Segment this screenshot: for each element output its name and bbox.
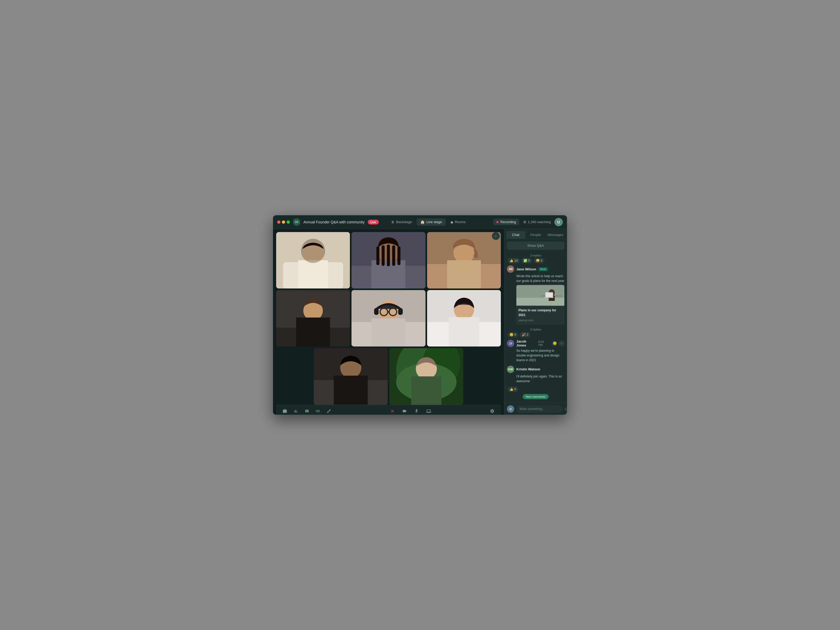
recording-button[interactable]: Recording [493, 219, 519, 225]
tab-backstage[interactable]: ⏸ Backstage [387, 218, 416, 226]
message-jane-wilson: JW Jane Wilson Host Wrote this article t… [507, 265, 564, 325]
chart-tool-button[interactable] [292, 408, 299, 414]
monitor-icon: 🖥 [523, 220, 526, 224]
grid-icon [305, 409, 309, 414]
video-row-3 [276, 348, 501, 405]
tab-chat[interactable]: Chat [506, 231, 525, 238]
event-number-badge: 06 [293, 218, 300, 226]
msg-body-kristin: I'll definitely join again. This is so a… [507, 374, 564, 384]
video-row-1 [276, 232, 501, 289]
msg-body-jacob: So happy we're planning to double engine… [507, 348, 564, 363]
more-button-jacob[interactable]: ··· [559, 341, 564, 346]
reaction-party-2[interactable]: 🎉 2 [520, 332, 531, 337]
camera-icon [283, 409, 287, 414]
nav-tabs: ⏸ Backstage 🏠 Live stage ◆ Rooms [387, 218, 469, 226]
svg-rect-9 [376, 246, 379, 265]
chat-input[interactable] [516, 405, 562, 413]
replies-count-2: 3 replies [507, 328, 564, 331]
svg-rect-51 [545, 297, 554, 298]
titlebar: 06 Annual Founder Q&A with community Liv… [273, 215, 567, 229]
react-button-jacob[interactable]: 😊 [552, 341, 557, 346]
svg-rect-21 [296, 317, 330, 346]
settings-button[interactable] [489, 408, 496, 414]
reaction-wink-1[interactable]: 😜 3 [534, 258, 545, 263]
avatar-kristin-watson: KW [507, 366, 514, 373]
tab-backstage-label: Backstage [396, 220, 412, 224]
home-icon: 🏠 [420, 220, 425, 224]
article-domain: startup.com [518, 318, 562, 323]
reaction-thumbs-1[interactable]: 👍 14 [507, 258, 520, 263]
watching-count-label: 1,340 watching [528, 220, 551, 224]
chat-messages-area: 2 replies 👍 14 ✅ 5 😜 3 JW Jane Wilson Ho… [504, 251, 567, 403]
reaction-thumbs-kristin[interactable]: 👍 4 [507, 387, 518, 392]
svg-point-4 [301, 239, 325, 263]
close-icon [390, 409, 395, 414]
host-badge-jane: Host [538, 267, 548, 271]
article-info: Plans in our company for 2021 startup.co… [516, 306, 564, 325]
emoji-picker-button[interactable]: ☺ [564, 407, 567, 411]
screen-share-button[interactable] [425, 408, 432, 414]
svg-rect-17 [447, 260, 481, 288]
video-cell-3 [427, 232, 501, 289]
tab-rooms-label: Rooms [455, 220, 466, 224]
video-cell-5 [352, 290, 425, 346]
msg-header-jane: JW Jane Wilson Host [507, 265, 564, 273]
end-call-button[interactable] [389, 408, 396, 414]
svg-rect-46 [516, 298, 564, 306]
new-comments-button[interactable]: New comments [523, 394, 549, 399]
avatar-jane-wilson: JW [507, 265, 514, 273]
mic-toggle-button[interactable] [413, 408, 420, 414]
reaction-smile-2[interactable]: 😊 4 [507, 332, 518, 337]
tab-messages[interactable]: Messages [546, 231, 565, 238]
tab-people[interactable]: People [526, 231, 545, 238]
main-content: › [273, 229, 567, 415]
reaction-check-1[interactable]: ✅ 5 [521, 258, 532, 263]
reaction-bar-2: 😊 4 🎉 2 [507, 332, 564, 337]
svg-rect-50 [545, 292, 553, 297]
window-controls [277, 221, 290, 224]
article-title: Plans in our company for 2021 [518, 308, 562, 317]
toolbar-left [281, 408, 332, 414]
link-icon [316, 409, 320, 414]
video-cell-4 [276, 290, 350, 346]
diamond-icon: ◆ [450, 220, 453, 224]
user-avatar[interactable]: U [554, 218, 563, 226]
chat-input-area: U ☺ [504, 403, 567, 415]
link-tool-button[interactable] [314, 408, 321, 414]
svg-rect-3 [298, 260, 328, 288]
svg-rect-34 [449, 317, 479, 346]
msg-header-kristin: KW Kristin Watson [507, 366, 564, 373]
video-toggle-button[interactable] [401, 408, 408, 414]
minimize-window-button[interactable] [282, 221, 285, 224]
tab-rooms[interactable]: ◆ Rooms [447, 218, 469, 226]
msg-header-jacob: JJ Jacob Jones 6:04 PM 😊 ··· [507, 339, 564, 347]
recording-label: Recording [501, 220, 516, 224]
panel-tabs: Chat People Messages [504, 229, 567, 239]
maximize-window-button[interactable] [287, 221, 290, 224]
camera-tool-button[interactable] [281, 408, 288, 414]
video-cell-1 [276, 232, 350, 289]
article-preview[interactable]: Plans in our company for 2021 startup.co… [516, 285, 564, 325]
tab-livestage-label: Live stage [426, 220, 442, 224]
chat-user-avatar: U [507, 405, 514, 413]
grid-tool-button[interactable] [303, 408, 310, 414]
msg-actions-jacob: 😊 ··· [552, 341, 564, 346]
pause-icon: ⏸ [391, 220, 395, 224]
video-row-2 [276, 290, 501, 346]
svg-rect-13 [398, 246, 400, 265]
svg-rect-27 [398, 308, 403, 315]
svg-rect-44 [411, 376, 442, 405]
show-qa-button[interactable]: Show Q&A [507, 242, 564, 249]
close-window-button[interactable] [277, 221, 280, 224]
video-cell-8 [389, 348, 463, 405]
video-cell-6 [427, 290, 501, 346]
msg-name-jane: Jane Wilson [516, 267, 536, 271]
svg-rect-25 [371, 318, 405, 346]
pen-tool-button[interactable] [325, 408, 332, 414]
tab-livestage[interactable]: 🏠 Live stage [417, 218, 445, 226]
chart-icon [294, 409, 298, 414]
svg-rect-10 [382, 245, 385, 266]
expand-button[interactable]: › [492, 232, 500, 240]
pen-icon [327, 409, 331, 414]
svg-rect-26 [374, 308, 379, 315]
